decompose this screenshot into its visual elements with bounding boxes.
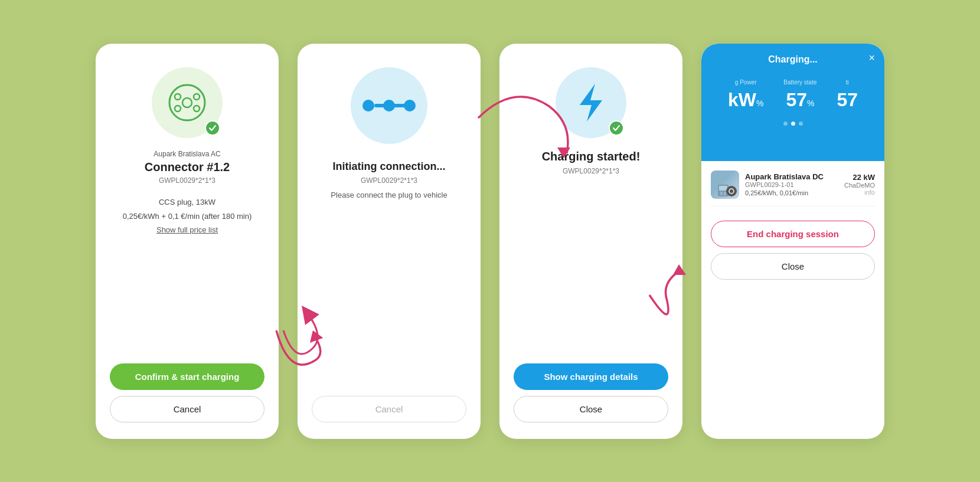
dot-1: [783, 122, 788, 126]
stat-battery-label: Battery state: [783, 79, 816, 86]
card4-top: Charging... × g Power kW% Battery state …: [701, 44, 884, 161]
dot-3: [799, 122, 803, 126]
connection-icon-wrap: [351, 67, 427, 144]
plug-icon-small: [726, 186, 737, 196]
show-charging-details-button[interactable]: Show charging details: [514, 363, 668, 390]
charging-started-id: GWPL0029*2*1*3: [563, 167, 619, 175]
bolt-icon-wrap: [556, 67, 626, 138]
close-button-3[interactable]: Close: [514, 396, 668, 422]
svg-point-3: [194, 94, 200, 100]
bolt-icon: [575, 81, 607, 124]
station-power-info: 22 kW ChaDeMO info: [844, 173, 875, 196]
stat-power: g Power kW%: [728, 79, 763, 111]
screen3-card: Charging started! GWPL0029*2*1*3 Show ch…: [499, 44, 682, 439]
station-power-link[interactable]: info: [844, 189, 875, 196]
end-charging-session-button[interactable]: End charging session: [711, 221, 875, 247]
station-power-value: 22 kW: [844, 173, 875, 182]
stats-row: g Power kW% Battery state 57% ti 57: [713, 79, 873, 111]
station-name: Aupark Bratislava AC: [153, 150, 220, 158]
card4-bottom: Aupark Bratislava DC GWPL0029-1-01 0,25€…: [701, 161, 884, 439]
check-badge: [205, 120, 220, 136]
dots-row: [713, 122, 873, 126]
card4-title-row: Charging... ×: [713, 54, 873, 65]
plug-small-icon: [729, 188, 734, 194]
card4-title: Charging...: [768, 54, 818, 65]
cancel-button-1[interactable]: Cancel: [110, 396, 264, 422]
stat-time: ti 57: [837, 79, 858, 111]
confirm-start-button[interactable]: Confirm & start charging: [110, 363, 264, 390]
svg-point-0: [169, 85, 205, 120]
screen2-card: Initiating connection... GWPL0029*2*1*3 …: [298, 44, 481, 439]
connection-icon: [362, 95, 416, 116]
station-info-name: Aupark Bratislava DC: [745, 172, 838, 181]
svg-point-4: [175, 106, 181, 112]
plug-type: CCS plug, 13kW: [159, 196, 215, 209]
dot-2: [791, 122, 795, 126]
initiating-id: GWPL0029*2*1*3: [361, 176, 417, 185]
connector-icon-wrap: [152, 67, 223, 138]
station-row: Aupark Bratislava DC GWPL0029-1-01 0,25€…: [711, 170, 875, 206]
cancel-button-2[interactable]: Cancel: [312, 396, 466, 422]
connector-icon: [166, 81, 208, 124]
initiating-desc: Please connect the plug to vehicle: [331, 191, 447, 199]
svg-point-5: [194, 106, 200, 112]
charging-check-icon: [612, 124, 620, 132]
close-button-4-top[interactable]: ×: [868, 52, 875, 64]
station-thumbnail: [711, 170, 739, 199]
connector-title: Connector #1.2: [145, 160, 230, 174]
stat-power-label: g Power: [735, 79, 757, 86]
stat-time-label: ti: [846, 79, 849, 86]
station-info-price: 0,25€/kWh, 0,01€/min: [745, 189, 838, 196]
initiating-title: Initiating connection...: [333, 160, 446, 173]
price-info: 0,25€/kWh + 0,1 €/min (after 180 min): [123, 211, 252, 223]
charging-started-title: Charging started!: [542, 150, 641, 163]
show-price-link[interactable]: Show full price list: [156, 225, 218, 234]
stat-battery: Battery state 57%: [783, 79, 816, 111]
svg-point-1: [182, 98, 192, 107]
svg-marker-10: [580, 84, 602, 122]
station-info: Aupark Bratislava DC GWPL0029-1-01 0,25€…: [745, 172, 838, 196]
connector-id: GWPL0029*2*1*3: [159, 176, 215, 185]
svg-rect-13: [720, 192, 723, 195]
screen1-card: Aupark Bratislava AC Connector #1.2 GWPL…: [96, 44, 279, 439]
station-power-type: ChaDeMO: [844, 182, 875, 189]
stat-time-value: 57: [837, 89, 858, 111]
stat-power-value: kW%: [728, 89, 763, 111]
charging-check-badge: [609, 120, 624, 136]
check-icon: [208, 124, 217, 132]
screen4-card: Charging... × g Power kW% Battery state …: [701, 44, 884, 439]
stat-battery-value: 57%: [786, 89, 814, 111]
svg-point-2: [175, 94, 181, 100]
svg-point-15: [729, 189, 734, 194]
svg-point-6: [362, 100, 374, 112]
close-button-4[interactable]: Close: [711, 253, 875, 280]
station-info-id: GWPL0029-1-01: [745, 181, 838, 188]
svg-rect-9: [374, 104, 410, 107]
